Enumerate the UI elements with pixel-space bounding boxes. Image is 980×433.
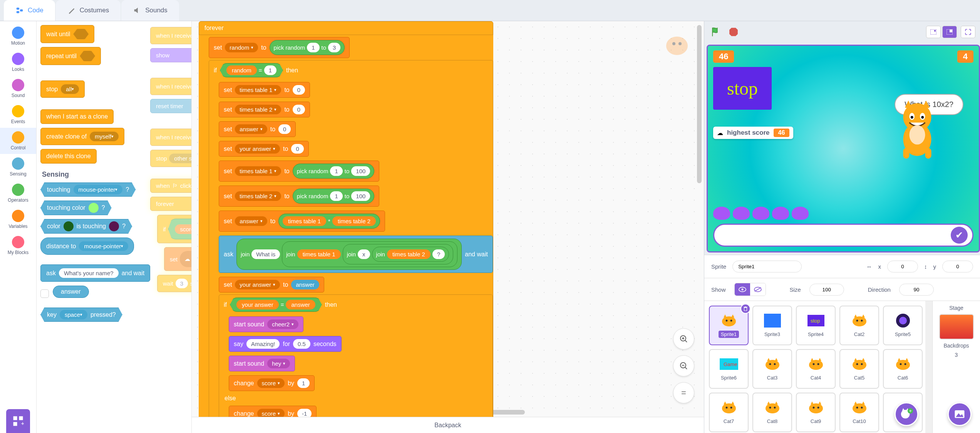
block-key-pressed[interactable]: keyspacepressed? <box>40 308 122 322</box>
block-touching-color[interactable]: touching color? <box>40 201 112 215</box>
sprite-card[interactable]: Sprite1 <box>709 306 749 345</box>
sprite-card[interactable]: Sprite3 <box>752 306 792 345</box>
set-your-answer-zero[interactable]: setyour answerto0 <box>219 141 309 157</box>
stage-thumbnail[interactable] <box>939 314 974 339</box>
stage-large-button[interactable] <box>942 26 957 38</box>
start-sound-hey[interactable]: start soundhey <box>229 356 295 371</box>
answer-monitor-checkbox[interactable] <box>40 289 49 298</box>
backpack-panel[interactable]: Backpack <box>192 417 704 433</box>
hide-sprite-button[interactable] <box>750 283 766 296</box>
block-distance-to[interactable]: distance tomouse-pointer <box>40 237 134 255</box>
svg-rect-21 <box>950 30 952 32</box>
change-score-minus[interactable]: changescoreby-1 <box>229 406 317 417</box>
cat-sensing[interactable]: Sensing <box>0 154 36 180</box>
equals-operator[interactable]: random=1 <box>220 63 283 77</box>
if-random-block[interactable]: if random=1 then settimes table 1to0 set… <box>209 60 493 417</box>
start-sound-cheer[interactable]: start soundcheer2 <box>229 316 303 332</box>
sprite-card[interactable]: Cat10 <box>839 393 879 432</box>
block-repeat-until[interactable]: repeat until <box>40 47 101 65</box>
forever-block[interactable]: forever <box>199 21 493 35</box>
cat-operators[interactable]: Operators <box>0 180 36 206</box>
cat-sound[interactable]: Sound <box>0 75 36 102</box>
block-touching[interactable]: touchingmouse-pointer? <box>40 182 136 197</box>
svg-point-8 <box>672 42 675 45</box>
sprite-card[interactable]: GameSprite6 <box>709 349 749 389</box>
delete-sprite-button[interactable] <box>740 304 750 314</box>
cat-sprite-on-stage[interactable] <box>890 100 944 161</box>
stop-all-button[interactable] <box>727 25 740 39</box>
cat-events[interactable]: Events <box>0 102 36 128</box>
block-answer-reporter[interactable]: answer <box>53 286 89 298</box>
stage-small-button[interactable] <box>926 26 941 38</box>
cat-motion[interactable]: Motion <box>0 23 36 49</box>
answer-input[interactable] <box>719 229 951 242</box>
answer-submit-button[interactable]: ✔ <box>951 227 968 244</box>
add-extension-button[interactable]: + <box>6 409 30 433</box>
set-tt1-random[interactable]: settimes table 1topick random1to100 <box>219 160 379 182</box>
sprite-card[interactable]: Cat6 <box>883 349 923 389</box>
sprite-card[interactable]: Cat9 <box>796 393 836 432</box>
block-ask[interactable]: askWhat's your name?and wait <box>40 264 150 282</box>
block-when-clone[interactable]: when I start as a clone <box>40 109 114 124</box>
mouse-sprite[interactable] <box>733 207 750 220</box>
fullscreen-button[interactable] <box>961 26 975 38</box>
show-sprite-button[interactable] <box>735 283 750 296</box>
tab-sounds-label: Sounds <box>145 7 168 14</box>
workspace-vscrollbar[interactable] <box>697 25 702 183</box>
mouse-sprite[interactable] <box>752 207 769 220</box>
sprite-x-input[interactable] <box>887 261 918 273</box>
cat-looks[interactable]: Looks <box>0 49 36 75</box>
tab-code[interactable]: Code <box>4 0 55 21</box>
block-color-touching[interactable]: coloris touching? <box>40 219 132 234</box>
say-amazing-block[interactable]: sayAmazing!for0.5seconds <box>229 336 342 352</box>
mouse-sprite[interactable] <box>792 207 809 220</box>
set-tt2-zero[interactable]: settimes table 2to0 <box>219 102 310 117</box>
change-score-plus[interactable]: changescoreby1 <box>229 375 315 391</box>
cat-variables[interactable]: Variables <box>0 206 36 232</box>
stop-sprite-button[interactable]: stop <box>713 67 772 110</box>
sprite-list-scrollbar[interactable] <box>925 301 932 433</box>
sprite-card[interactable]: Sprite5 <box>883 306 923 345</box>
pick-random-reporter[interactable]: pick random1to3 <box>270 40 345 55</box>
sprite-card[interactable]: Cat5 <box>839 349 879 389</box>
block-wait-until[interactable]: wait until <box>40 25 94 43</box>
sprite-size-input[interactable] <box>809 284 844 296</box>
if-correct-block[interactable]: if your answer=answer then start soundch… <box>219 294 493 417</box>
add-backdrop-button[interactable] <box>948 402 972 426</box>
set-answer-zero[interactable]: setanswerto0 <box>219 121 296 137</box>
svg-marker-38 <box>724 314 727 318</box>
set-tt2-random[interactable]: settimes table 2topick random1to100 <box>219 186 379 207</box>
zoom-reset-button[interactable]: = <box>673 382 694 403</box>
block-create-clone[interactable]: create clone ofmyself <box>40 128 124 145</box>
sprite-card[interactable]: Cat7 <box>709 393 749 432</box>
tab-costumes[interactable]: Costumes <box>56 0 121 21</box>
zoom-in-button[interactable] <box>673 328 694 349</box>
script-workspace[interactable]: = forever set random to pick random1to3 … <box>192 21 704 417</box>
zoom-out-button[interactable] <box>673 355 694 376</box>
mouse-sprite[interactable] <box>772 207 789 220</box>
block-delete-clone[interactable]: delete this clone <box>40 149 97 164</box>
sprite-card[interactable]: Cat4 <box>796 349 836 389</box>
stage[interactable]: 46 4 stop ☁ highest score 46 What is 10x… <box>707 45 980 252</box>
cat-myblocks[interactable]: My Blocks <box>0 232 36 259</box>
sprite-y-input[interactable] <box>942 261 973 273</box>
tab-sounds[interactable]: Sounds <box>121 0 179 21</box>
set-your-answer-sensing[interactable]: setyour answertoanswer <box>219 277 324 293</box>
sprite-card[interactable]: Cat8 <box>752 393 792 432</box>
block-stop[interactable]: stopall <box>40 80 85 98</box>
mouse-sprite[interactable] <box>713 207 730 220</box>
set-random-block[interactable]: set random to pick random1to3 <box>209 37 350 58</box>
sprite-direction-input[interactable] <box>899 284 934 296</box>
cat-control[interactable]: Control <box>0 128 36 154</box>
sprite-card[interactable]: stopSprite4 <box>796 306 836 345</box>
sprite-card-label: Cat2 <box>852 331 867 338</box>
sprite-name-input[interactable] <box>732 261 802 273</box>
sprite-card[interactable]: Cat2 <box>839 306 879 345</box>
add-sprite-button[interactable]: + <box>895 402 918 426</box>
sprite-card[interactable]: Cat3 <box>752 349 792 389</box>
green-flag-button[interactable] <box>709 25 723 39</box>
set-answer-product[interactable]: setanswertotimes table 1*times table 2 <box>219 211 385 232</box>
main-script-stack[interactable]: forever set random to pick random1to3 if… <box>199 21 493 417</box>
set-tt1-zero[interactable]: settimes table 1to0 <box>219 82 310 98</box>
ask-join-block[interactable]: ask joinWhat is jointimes table 1 joinx … <box>219 236 493 273</box>
